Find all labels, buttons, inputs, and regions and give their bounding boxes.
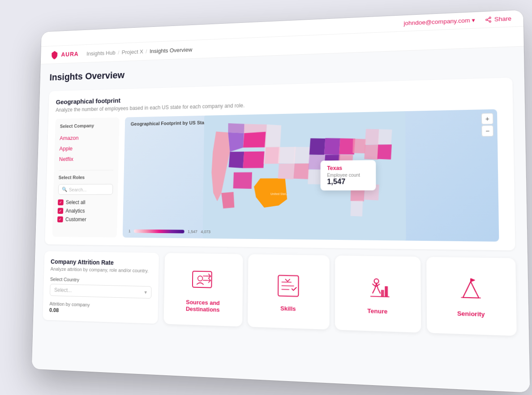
map-controls: + − bbox=[481, 113, 493, 137]
share-button[interactable]: Share bbox=[485, 15, 511, 23]
company-apple[interactable]: Apple bbox=[59, 142, 114, 153]
roles-search-box[interactable]: 🔍 Search... bbox=[58, 184, 113, 195]
geo-layout: Select Company Amazon Apple Netflix Sele… bbox=[52, 109, 506, 242]
select-roles-label: Select Roles bbox=[59, 174, 113, 180]
search-icon: 🔍 bbox=[62, 187, 68, 192]
svg-line-13 bbox=[282, 285, 294, 286]
dropdown-chevron: ▾ bbox=[144, 289, 147, 295]
breadcrumb-sep1: / bbox=[118, 49, 120, 55]
geo-sidebar: Select Company Amazon Apple Netflix Sele… bbox=[52, 117, 120, 237]
feature-label-tenure: Tenure bbox=[367, 307, 387, 314]
company-list: Amazon Apple Netflix bbox=[59, 132, 114, 164]
checkbox-select-all[interactable]: ✓ Select all bbox=[58, 198, 113, 206]
feature-card-seniority[interactable]: Seniority bbox=[426, 256, 516, 335]
aura-logo: AURA bbox=[50, 49, 79, 59]
map-legend: 1 1,547 4,073 bbox=[129, 229, 210, 234]
legend-mid: 1,547 bbox=[188, 229, 197, 234]
checkbox-customer[interactable]: ✓ Customer bbox=[57, 215, 112, 224]
geo-map: Geographical Footprint by US State bbox=[123, 109, 499, 241]
user-email[interactable]: johndoe@company.com ▾ bbox=[403, 17, 475, 26]
feature-card-tenure[interactable]: Tenure bbox=[335, 255, 421, 332]
skills-icon bbox=[274, 270, 303, 300]
breadcrumb-sep2: / bbox=[146, 48, 147, 54]
search-placeholder: Search... bbox=[69, 187, 87, 191]
select-country-label: Select Country bbox=[50, 276, 152, 284]
attrition-title: Company Attrition Rate bbox=[51, 258, 152, 266]
feature-cards: Sources and Destinations Skills bbox=[164, 253, 517, 336]
zoom-out-button[interactable]: − bbox=[481, 125, 493, 136]
attrition-subtitle: Analyze attrition by company, role and/o… bbox=[51, 266, 152, 273]
feature-label-seniority: Seniority bbox=[457, 309, 485, 317]
tooltip-value: 1,547 bbox=[327, 178, 369, 186]
checkbox-list: ✓ Select all ✓ Analytics ✓ Customer bbox=[57, 198, 113, 224]
svg-text:United Stat...: United Stat... bbox=[270, 192, 288, 195]
breadcrumb-part1[interactable]: Insights Hub bbox=[86, 49, 116, 56]
feature-card-skills[interactable]: Skills bbox=[247, 254, 329, 329]
bottom-section: Company Attrition Rate Analyze attrition… bbox=[43, 251, 517, 336]
svg-rect-7 bbox=[193, 271, 212, 287]
svg-point-0 bbox=[489, 17, 491, 18]
breadcrumb-part2[interactable]: Project X bbox=[122, 48, 143, 55]
tooltip-state: Texas bbox=[327, 165, 369, 171]
attrition-card: Company Attrition Rate Analyze attrition… bbox=[43, 251, 159, 324]
feature-card-sources[interactable]: Sources and Destinations bbox=[164, 253, 243, 326]
company-amazon[interactable]: Amazon bbox=[60, 132, 114, 143]
legend-bar bbox=[134, 229, 184, 233]
svg-line-4 bbox=[488, 18, 489, 19]
sources-icon bbox=[189, 265, 217, 295]
tenure-icon bbox=[362, 272, 393, 303]
geo-section: Geographical footprint Analyze the numbe… bbox=[45, 77, 515, 250]
map-tooltip: Texas Employee count 1,547 bbox=[321, 160, 376, 191]
seniority-icon bbox=[455, 274, 487, 305]
legend-max: 4,073 bbox=[201, 229, 210, 234]
select-company-label: Select Company bbox=[60, 122, 115, 129]
checkbox-analytics[interactable]: ✓ Analytics bbox=[57, 206, 112, 215]
company-netflix[interactable]: Netflix bbox=[59, 153, 114, 164]
feature-label-sources: Sources and Destinations bbox=[170, 298, 236, 313]
logo-text: AURA bbox=[61, 50, 78, 57]
svg-point-8 bbox=[198, 276, 203, 281]
svg-rect-16 bbox=[381, 289, 384, 296]
svg-point-15 bbox=[374, 278, 379, 283]
feature-label-skills: Skills bbox=[280, 304, 296, 312]
legend-min: 1 bbox=[129, 229, 131, 233]
zoom-in-button[interactable]: + bbox=[481, 113, 493, 124]
svg-rect-17 bbox=[385, 286, 388, 296]
tooltip-label: Employee count bbox=[327, 173, 369, 178]
country-dropdown[interactable]: Select... ▾ bbox=[50, 284, 152, 299]
breadcrumb-current: Insights Overview bbox=[150, 46, 192, 54]
svg-point-1 bbox=[486, 18, 488, 20]
dropdown-placeholder: Select... bbox=[54, 286, 72, 293]
svg-line-3 bbox=[488, 20, 489, 21]
main-content: Insights Overview Geographical footprint… bbox=[32, 46, 530, 392]
breadcrumb: Insights Hub / Project X / Insights Over… bbox=[86, 46, 192, 56]
svg-point-2 bbox=[489, 20, 491, 22]
